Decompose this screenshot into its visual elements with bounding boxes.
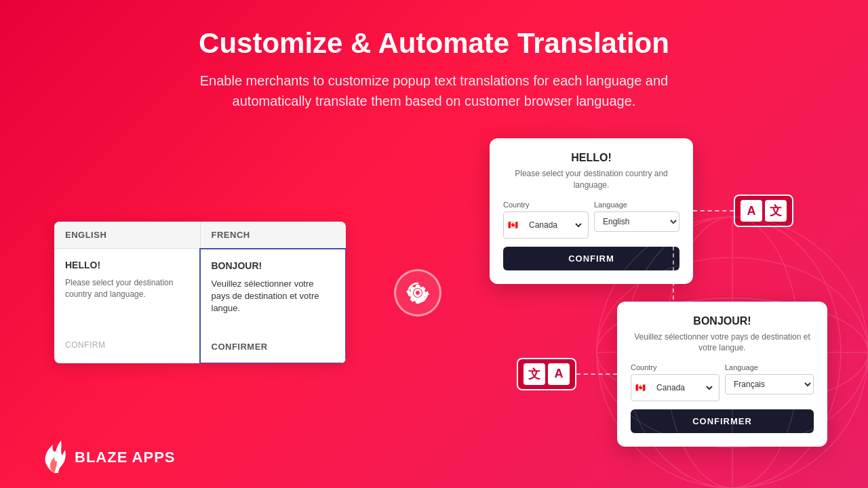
english-confirm: CONFIRM	[65, 340, 189, 350]
table-col-english: HELLO! Please select your destination co…	[54, 249, 200, 364]
table-header: ENGLISH FRENCH	[54, 222, 346, 249]
cjk-letter-icon-bottom: 文	[524, 363, 545, 385]
flame-icon	[41, 441, 68, 474]
popup-english-title: HELLO!	[503, 152, 679, 164]
header: Customize & Automate Translation Enable …	[0, 0, 868, 125]
col-english-header: ENGLISH	[54, 222, 201, 249]
english-body: Please select your destination country a…	[65, 277, 189, 300]
french-body: Veuillez sélectionner votre pays de dest…	[212, 278, 335, 315]
table-body: HELLO! Please select your destination co…	[54, 249, 346, 364]
french-hello: BONJOUR!	[212, 260, 335, 271]
globe-decoration	[563, 183, 868, 488]
page-subtitle: Enable merchants to customize popup text…	[163, 70, 705, 111]
french-confirm: CONFIRMER	[212, 342, 335, 352]
logo: BLAZE APPS	[41, 441, 176, 474]
translation-table: ENGLISH FRENCH HELLO! Please select your…	[54, 222, 346, 364]
page-title: Customize & Automate Translation	[54, 27, 814, 60]
table-col-french: BONJOUR! Veuillez sélectionner votre pay…	[199, 248, 347, 364]
col-french-header: FRENCH	[201, 222, 347, 249]
gear-icon	[394, 269, 441, 317]
logo-text: BLAZE APPS	[75, 449, 176, 466]
gear-section	[394, 269, 441, 317]
canada-flag-icon: 🇨🇦	[508, 220, 518, 230]
english-hello: HELLO!	[65, 260, 189, 270]
